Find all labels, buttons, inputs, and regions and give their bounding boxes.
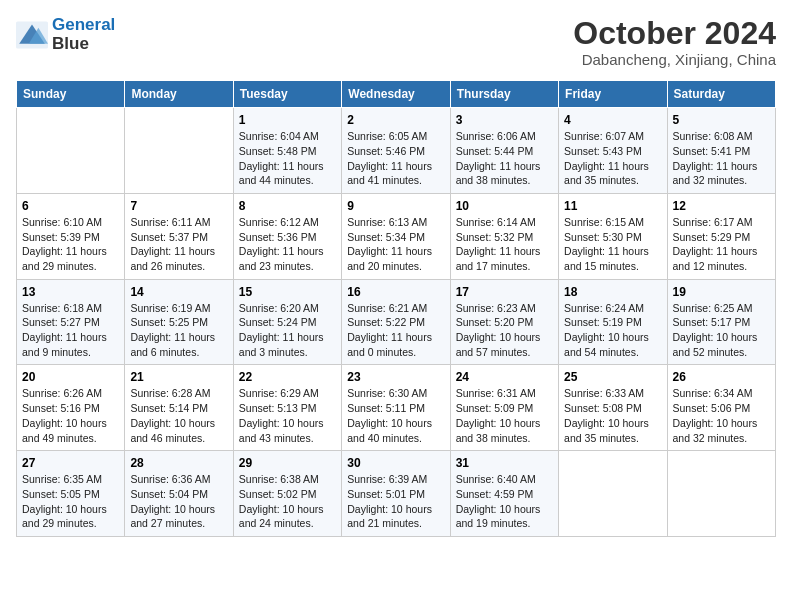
day-number: 20 <box>22 370 119 384</box>
calendar-header: SundayMondayTuesdayWednesdayThursdayFrid… <box>17 81 776 108</box>
day-info: Sunrise: 6:24 AMSunset: 5:19 PMDaylight:… <box>564 301 661 360</box>
weekday-header-wednesday: Wednesday <box>342 81 450 108</box>
day-info: Sunrise: 6:14 AMSunset: 5:32 PMDaylight:… <box>456 215 553 274</box>
day-number: 4 <box>564 113 661 127</box>
day-info: Sunrise: 6:11 AMSunset: 5:37 PMDaylight:… <box>130 215 227 274</box>
logo-line2: Blue <box>52 35 115 54</box>
day-info: Sunrise: 6:06 AMSunset: 5:44 PMDaylight:… <box>456 129 553 188</box>
day-info: Sunrise: 6:20 AMSunset: 5:24 PMDaylight:… <box>239 301 336 360</box>
day-number: 24 <box>456 370 553 384</box>
calendar-cell: 10 Sunrise: 6:14 AMSunset: 5:32 PMDaylig… <box>450 193 558 279</box>
weekday-header-monday: Monday <box>125 81 233 108</box>
day-number: 28 <box>130 456 227 470</box>
calendar-cell: 6 Sunrise: 6:10 AMSunset: 5:39 PMDayligh… <box>17 193 125 279</box>
day-number: 5 <box>673 113 770 127</box>
day-info: Sunrise: 6:15 AMSunset: 5:30 PMDaylight:… <box>564 215 661 274</box>
calendar-cell: 31 Sunrise: 6:40 AMSunset: 4:59 PMDaylig… <box>450 451 558 537</box>
day-info: Sunrise: 6:25 AMSunset: 5:17 PMDaylight:… <box>673 301 770 360</box>
page-header: General Blue October 2024 Dabancheng, Xi… <box>16 16 776 68</box>
logo: General Blue <box>16 16 115 53</box>
calendar-cell <box>559 451 667 537</box>
day-number: 25 <box>564 370 661 384</box>
weekday-header-saturday: Saturday <box>667 81 775 108</box>
calendar-week-5: 27 Sunrise: 6:35 AMSunset: 5:05 PMDaylig… <box>17 451 776 537</box>
day-number: 11 <box>564 199 661 213</box>
day-number: 12 <box>673 199 770 213</box>
title-block: October 2024 Dabancheng, Xinjiang, China <box>573 16 776 68</box>
calendar-cell: 2 Sunrise: 6:05 AMSunset: 5:46 PMDayligh… <box>342 108 450 194</box>
weekday-header-friday: Friday <box>559 81 667 108</box>
day-info: Sunrise: 6:04 AMSunset: 5:48 PMDaylight:… <box>239 129 336 188</box>
day-number: 15 <box>239 285 336 299</box>
calendar-week-2: 6 Sunrise: 6:10 AMSunset: 5:39 PMDayligh… <box>17 193 776 279</box>
day-info: Sunrise: 6:21 AMSunset: 5:22 PMDaylight:… <box>347 301 444 360</box>
month-year: October 2024 <box>573 16 776 51</box>
day-info: Sunrise: 6:12 AMSunset: 5:36 PMDaylight:… <box>239 215 336 274</box>
calendar-cell: 3 Sunrise: 6:06 AMSunset: 5:44 PMDayligh… <box>450 108 558 194</box>
calendar-cell: 27 Sunrise: 6:35 AMSunset: 5:05 PMDaylig… <box>17 451 125 537</box>
calendar-cell: 20 Sunrise: 6:26 AMSunset: 5:16 PMDaylig… <box>17 365 125 451</box>
calendar-cell: 9 Sunrise: 6:13 AMSunset: 5:34 PMDayligh… <box>342 193 450 279</box>
calendar-cell: 26 Sunrise: 6:34 AMSunset: 5:06 PMDaylig… <box>667 365 775 451</box>
day-info: Sunrise: 6:17 AMSunset: 5:29 PMDaylight:… <box>673 215 770 274</box>
calendar-cell: 11 Sunrise: 6:15 AMSunset: 5:30 PMDaylig… <box>559 193 667 279</box>
day-number: 30 <box>347 456 444 470</box>
day-number: 13 <box>22 285 119 299</box>
weekday-header-tuesday: Tuesday <box>233 81 341 108</box>
weekday-header-thursday: Thursday <box>450 81 558 108</box>
day-info: Sunrise: 6:29 AMSunset: 5:13 PMDaylight:… <box>239 386 336 445</box>
day-number: 14 <box>130 285 227 299</box>
calendar-body: 1 Sunrise: 6:04 AMSunset: 5:48 PMDayligh… <box>17 108 776 537</box>
day-info: Sunrise: 6:40 AMSunset: 4:59 PMDaylight:… <box>456 472 553 531</box>
day-number: 9 <box>347 199 444 213</box>
day-info: Sunrise: 6:18 AMSunset: 5:27 PMDaylight:… <box>22 301 119 360</box>
day-info: Sunrise: 6:10 AMSunset: 5:39 PMDaylight:… <box>22 215 119 274</box>
day-info: Sunrise: 6:39 AMSunset: 5:01 PMDaylight:… <box>347 472 444 531</box>
calendar-cell: 8 Sunrise: 6:12 AMSunset: 5:36 PMDayligh… <box>233 193 341 279</box>
calendar-cell <box>17 108 125 194</box>
calendar-week-4: 20 Sunrise: 6:26 AMSunset: 5:16 PMDaylig… <box>17 365 776 451</box>
calendar-cell: 29 Sunrise: 6:38 AMSunset: 5:02 PMDaylig… <box>233 451 341 537</box>
location: Dabancheng, Xinjiang, China <box>573 51 776 68</box>
weekday-header-row: SundayMondayTuesdayWednesdayThursdayFrid… <box>17 81 776 108</box>
calendar-cell: 22 Sunrise: 6:29 AMSunset: 5:13 PMDaylig… <box>233 365 341 451</box>
calendar-cell: 25 Sunrise: 6:33 AMSunset: 5:08 PMDaylig… <box>559 365 667 451</box>
day-info: Sunrise: 6:36 AMSunset: 5:04 PMDaylight:… <box>130 472 227 531</box>
day-number: 22 <box>239 370 336 384</box>
calendar-cell: 1 Sunrise: 6:04 AMSunset: 5:48 PMDayligh… <box>233 108 341 194</box>
day-number: 29 <box>239 456 336 470</box>
calendar-cell <box>667 451 775 537</box>
day-number: 31 <box>456 456 553 470</box>
calendar-cell: 16 Sunrise: 6:21 AMSunset: 5:22 PMDaylig… <box>342 279 450 365</box>
calendar-table: SundayMondayTuesdayWednesdayThursdayFrid… <box>16 80 776 537</box>
day-info: Sunrise: 6:34 AMSunset: 5:06 PMDaylight:… <box>673 386 770 445</box>
day-info: Sunrise: 6:05 AMSunset: 5:46 PMDaylight:… <box>347 129 444 188</box>
weekday-header-sunday: Sunday <box>17 81 125 108</box>
day-info: Sunrise: 6:13 AMSunset: 5:34 PMDaylight:… <box>347 215 444 274</box>
logo-text-block: General Blue <box>52 16 115 53</box>
day-info: Sunrise: 6:33 AMSunset: 5:08 PMDaylight:… <box>564 386 661 445</box>
day-number: 7 <box>130 199 227 213</box>
day-number: 16 <box>347 285 444 299</box>
calendar-cell: 17 Sunrise: 6:23 AMSunset: 5:20 PMDaylig… <box>450 279 558 365</box>
calendar-cell: 23 Sunrise: 6:30 AMSunset: 5:11 PMDaylig… <box>342 365 450 451</box>
calendar-cell: 14 Sunrise: 6:19 AMSunset: 5:25 PMDaylig… <box>125 279 233 365</box>
calendar-cell: 15 Sunrise: 6:20 AMSunset: 5:24 PMDaylig… <box>233 279 341 365</box>
calendar-cell: 21 Sunrise: 6:28 AMSunset: 5:14 PMDaylig… <box>125 365 233 451</box>
day-info: Sunrise: 6:26 AMSunset: 5:16 PMDaylight:… <box>22 386 119 445</box>
day-info: Sunrise: 6:28 AMSunset: 5:14 PMDaylight:… <box>130 386 227 445</box>
day-number: 26 <box>673 370 770 384</box>
calendar-cell: 28 Sunrise: 6:36 AMSunset: 5:04 PMDaylig… <box>125 451 233 537</box>
day-number: 19 <box>673 285 770 299</box>
logo-line1: General <box>52 16 115 35</box>
day-info: Sunrise: 6:35 AMSunset: 5:05 PMDaylight:… <box>22 472 119 531</box>
calendar-cell: 19 Sunrise: 6:25 AMSunset: 5:17 PMDaylig… <box>667 279 775 365</box>
day-info: Sunrise: 6:19 AMSunset: 5:25 PMDaylight:… <box>130 301 227 360</box>
day-number: 17 <box>456 285 553 299</box>
day-info: Sunrise: 6:38 AMSunset: 5:02 PMDaylight:… <box>239 472 336 531</box>
day-number: 2 <box>347 113 444 127</box>
calendar-cell: 18 Sunrise: 6:24 AMSunset: 5:19 PMDaylig… <box>559 279 667 365</box>
calendar-cell: 24 Sunrise: 6:31 AMSunset: 5:09 PMDaylig… <box>450 365 558 451</box>
calendar-cell: 13 Sunrise: 6:18 AMSunset: 5:27 PMDaylig… <box>17 279 125 365</box>
day-number: 27 <box>22 456 119 470</box>
